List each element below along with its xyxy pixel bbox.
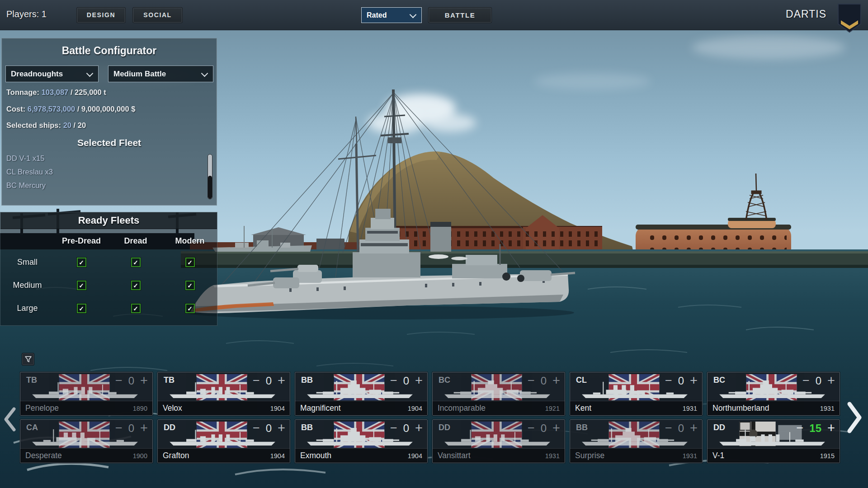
ship-year: 1931 bbox=[820, 405, 835, 412]
battle-configurator-panel: Battle Configurator Dreadnoughts Medium … bbox=[1, 38, 217, 206]
ship-year: 1890 bbox=[133, 405, 147, 412]
ship-card-penelope[interactable]: TB − 0 + Penelope 1890 bbox=[20, 372, 153, 416]
ship-name-bar: Surprise 1931 bbox=[570, 448, 702, 463]
chevron-left-icon[interactable] bbox=[2, 405, 18, 433]
ship-card-surprise[interactable]: BB − 0 + Surprise bbox=[570, 419, 703, 463]
ship-counter: − 0 + bbox=[390, 374, 423, 387]
ship-card-kent[interactable]: CL − 0 + Kent 1931 bbox=[570, 372, 703, 416]
filter-button[interactable] bbox=[22, 353, 34, 366]
ship-count: 0 bbox=[678, 423, 684, 434]
ship-card-v-1[interactable]: DD − 15 + V-1 1915 bbox=[707, 419, 840, 463]
increase-count-button[interactable]: + bbox=[552, 374, 560, 387]
battle-button[interactable]: BATTLE bbox=[428, 7, 492, 23]
checkbox-cell: ✓ bbox=[108, 297, 163, 320]
selected-fleet-list: DD V-1 x15CL Breslau x3BC Mercury bbox=[6, 151, 203, 192]
ship-name-bar: Desperate 1900 bbox=[20, 448, 152, 463]
checkbox-small-pre-dread[interactable]: ✓ bbox=[77, 258, 86, 267]
fleet-item[interactable]: DD V-1 x15 bbox=[6, 151, 203, 165]
increase-count-button[interactable]: + bbox=[690, 422, 698, 435]
ship-card-northumberland[interactable]: BC − 0 + Northumberland bbox=[707, 372, 840, 416]
era-select-value: Dreadnoughts bbox=[11, 70, 63, 78]
decrease-count-button[interactable]: − bbox=[390, 422, 397, 434]
social-button[interactable]: SOCIAL bbox=[132, 7, 183, 23]
increase-count-button[interactable]: + bbox=[415, 374, 423, 387]
decrease-count-button[interactable]: − bbox=[797, 422, 804, 434]
checkbox-large-pre-dread[interactable]: ✓ bbox=[77, 304, 86, 313]
increase-count-button[interactable]: + bbox=[690, 374, 698, 387]
decrease-count-button[interactable]: − bbox=[802, 375, 810, 387]
increase-count-button[interactable]: + bbox=[140, 374, 148, 387]
increase-count-button[interactable]: + bbox=[827, 422, 835, 435]
checkbox-small-modern[interactable]: ✓ bbox=[185, 258, 195, 267]
decrease-count-button[interactable]: − bbox=[390, 375, 397, 387]
increase-count-button[interactable]: + bbox=[140, 422, 148, 435]
chevron-right-icon[interactable] bbox=[845, 400, 863, 435]
ship-count: 0 bbox=[678, 375, 684, 386]
checkbox-large-modern[interactable]: ✓ bbox=[185, 304, 195, 313]
increase-count-button[interactable]: + bbox=[278, 374, 285, 387]
decrease-count-button[interactable]: − bbox=[665, 422, 672, 434]
ship-counter: − 0 + bbox=[665, 422, 698, 435]
ship-name-bar: V-1 1915 bbox=[708, 448, 840, 463]
ship-name: Penelope bbox=[25, 404, 59, 413]
checkbox-cell: ✓ bbox=[163, 274, 217, 297]
checkbox-medium-dread[interactable]: ✓ bbox=[131, 281, 141, 290]
increase-count-button[interactable]: + bbox=[278, 422, 285, 435]
ship-count: 0 bbox=[128, 375, 134, 386]
era-select[interactable]: Dreadnoughts bbox=[5, 66, 99, 82]
battle-size-value: Medium Battle bbox=[113, 70, 166, 78]
match-type-select[interactable]: Rated bbox=[361, 7, 422, 23]
ship-card-grafton[interactable]: DD − 0 + Grafton 1904 bbox=[157, 419, 290, 463]
ship-card-exmouth[interactable]: BB − 0 + Exmouth bbox=[295, 419, 428, 463]
increase-count-button[interactable]: + bbox=[415, 422, 423, 435]
rank-badge-icon[interactable] bbox=[837, 3, 862, 34]
design-button[interactable]: DESIGN bbox=[76, 7, 126, 23]
increase-count-button[interactable]: + bbox=[552, 422, 560, 435]
ship-card-magnificent[interactable]: BB − 0 + Magnificent bbox=[295, 372, 428, 416]
decrease-count-button[interactable]: − bbox=[115, 375, 123, 387]
ship-name: Desperate bbox=[25, 451, 62, 460]
ship-count: 0 bbox=[541, 423, 547, 434]
ship-counter: − 15 + bbox=[797, 422, 835, 435]
checkbox-large-dread[interactable]: ✓ bbox=[131, 304, 141, 313]
row-label-small: Small bbox=[0, 251, 54, 274]
players-count-label: Players: 1 bbox=[6, 9, 47, 19]
ship-card-vansittart[interactable]: DD − 0 + Vansittart 1931 bbox=[432, 419, 565, 463]
fleet-item[interactable]: BC Mercury bbox=[6, 178, 203, 192]
ship-name-bar: Exmouth 1904 bbox=[295, 448, 427, 463]
ship-card-velox[interactable]: TB − 0 + Velox 1904 bbox=[157, 372, 290, 416]
ship-count: 0 bbox=[541, 375, 547, 386]
cost-value: 6,978,573,000 bbox=[28, 105, 75, 113]
ship-name: Velox bbox=[163, 404, 182, 413]
ship-name-bar: Incomparable 1921 bbox=[433, 401, 565, 415]
ready-fleets-panel: Ready Fleets Pre-DreadDreadModernSmall✓✓… bbox=[0, 212, 217, 326]
ship-card-incomparable[interactable]: BC − 0 + Incomparable bbox=[432, 372, 565, 416]
checkbox-medium-pre-dread[interactable]: ✓ bbox=[77, 281, 86, 290]
decrease-count-button[interactable]: − bbox=[253, 422, 260, 434]
tonnage-stat: Tonnage: 103,087 / 225,000 t bbox=[6, 88, 106, 97]
decrease-count-button[interactable]: − bbox=[665, 375, 672, 387]
fleet-scrollbar-thumb[interactable] bbox=[208, 176, 212, 199]
decrease-count-button[interactable]: − bbox=[253, 375, 260, 387]
ship-year: 1904 bbox=[270, 405, 285, 412]
checkbox-small-dread[interactable]: ✓ bbox=[131, 258, 141, 267]
fleet-item[interactable]: CL Breslau x3 bbox=[6, 165, 203, 178]
ship-count: 0 bbox=[266, 375, 272, 386]
game-screen: Players: 1 DESIGN SOCIAL Rated BATTLE DA… bbox=[0, 0, 868, 488]
column-header-dread: Dread bbox=[108, 231, 163, 251]
decrease-count-button[interactable]: − bbox=[528, 422, 535, 434]
selected-ships-value: 20 bbox=[63, 121, 71, 129]
ship-counter: − 0 + bbox=[665, 374, 698, 387]
ship-counter: − 0 + bbox=[802, 374, 835, 387]
top-bar: Players: 1 DESIGN SOCIAL Rated BATTLE DA… bbox=[0, 0, 868, 30]
column-header-pre-dread: Pre-Dread bbox=[54, 231, 108, 251]
ship-name: Incomparable bbox=[438, 404, 486, 413]
decrease-count-button[interactable]: − bbox=[528, 375, 535, 387]
ship-card-desperate[interactable]: CA − 0 + Desperate 1900 bbox=[20, 419, 153, 463]
battle-size-select[interactable]: Medium Battle bbox=[108, 66, 213, 82]
checkbox-medium-modern[interactable]: ✓ bbox=[185, 281, 195, 290]
ship-year: 1900 bbox=[133, 452, 147, 460]
fleet-scrollbar[interactable] bbox=[208, 154, 212, 199]
increase-count-button[interactable]: + bbox=[827, 374, 835, 387]
decrease-count-button[interactable]: − bbox=[115, 422, 123, 434]
